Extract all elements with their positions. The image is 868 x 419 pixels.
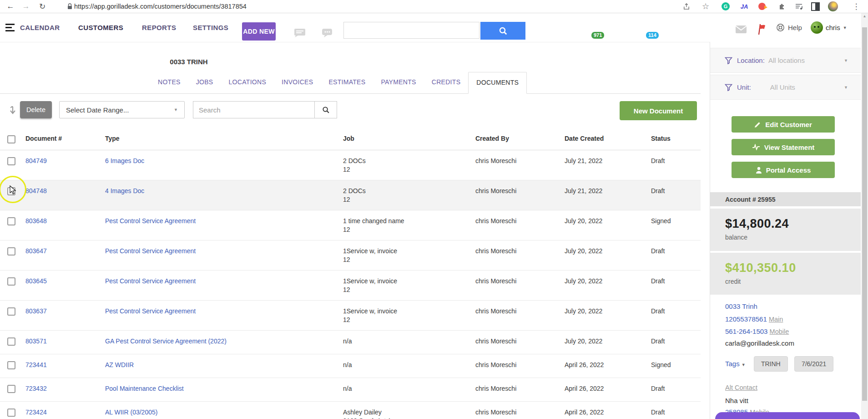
portal-access-button[interactable]: Portal Access [732, 162, 835, 178]
contact-phone-main: 12055378561 Main [725, 315, 783, 323]
edit-customer-button[interactable]: Edit Customer [732, 116, 835, 133]
reload-icon[interactable]: ↻ [36, 0, 48, 13]
phone-mobile-link[interactable]: 561-264-1503 [725, 327, 767, 335]
tab[interactable]: PAYMENTS [373, 72, 424, 93]
grammarly-extension-icon[interactable]: G [720, 0, 731, 13]
chevron-down-icon[interactable]: ▼ [742, 363, 746, 367]
add-new-button[interactable]: ADD NEW [242, 22, 276, 41]
chat-icon[interactable]: 114 [321, 27, 335, 38]
document-type-link[interactable]: Pest Control Service Agreement [105, 307, 196, 315]
browser-profile-avatar[interactable] [827, 0, 839, 13]
inbox-icon[interactable]: 6 [735, 25, 749, 36]
split-window-icon[interactable] [810, 0, 820, 13]
messages-icon[interactable]: 971 [293, 27, 307, 38]
row-checkbox[interactable] [7, 361, 15, 369]
document-type-link[interactable]: 4 Images Doc [105, 187, 144, 194]
delete-button[interactable]: Delete [20, 101, 52, 118]
ja-extension-icon[interactable]: JA [738, 0, 750, 13]
contact-name-link[interactable]: 0033 Trinh [725, 302, 757, 310]
document-type-link[interactable]: GA Pest Control Service Agreement (2022) [105, 337, 227, 345]
contact-email[interactable]: carla@gorilladesk.com [725, 339, 794, 347]
document-type-link[interactable]: Pest Control Service Agreement [105, 217, 196, 225]
document-number-link[interactable]: 803647 [25, 247, 47, 255]
row-checkbox[interactable] [7, 307, 15, 316]
document-type-link[interactable]: AZ WDIIR [105, 361, 134, 368]
url-bar[interactable]: https://app.gorilladesk.com/customers/do… [74, 0, 247, 13]
date-range-select[interactable]: Select Date Range... ▼ [59, 101, 185, 118]
back-icon[interactable]: ← [5, 0, 16, 13]
chat-widget-bar[interactable] [715, 412, 860, 419]
document-type-link[interactable]: AL WIIR (03/2005) [105, 409, 157, 416]
document-type-link[interactable]: Pest Control Service Agreement [105, 247, 196, 255]
nav-item-calendar[interactable]: CALENDAR [20, 13, 60, 42]
document-number-link[interactable]: 803645 [25, 277, 47, 285]
help-menu[interactable]: Help [776, 13, 802, 42]
select-all-checkbox[interactable] [7, 135, 15, 143]
row-checkbox[interactable] [7, 385, 15, 393]
tag-chip[interactable]: TRINH [754, 356, 788, 372]
document-number-link[interactable]: 804749 [25, 157, 47, 164]
hamburger-menu-icon[interactable] [5, 24, 15, 33]
row-checkbox[interactable] [7, 217, 15, 225]
document-number-link[interactable]: 803571 [25, 337, 47, 345]
created-by-cell: chris Moreschi [475, 277, 565, 286]
bird-extension-icon[interactable] [757, 0, 767, 13]
share-icon[interactable] [681, 0, 691, 13]
user-menu[interactable]: chris ▼ [811, 13, 847, 42]
document-type-link[interactable]: Pool Maintenance Checklist [105, 385, 184, 392]
extensions-puzzle-icon[interactable] [777, 0, 787, 13]
announcements-flag-icon[interactable] [756, 23, 770, 34]
document-number-link[interactable]: 723424 [25, 409, 47, 416]
nav-item-customers[interactable]: CUSTOMERS [78, 13, 123, 42]
page-scrollbar[interactable]: ▲ [861, 13, 868, 419]
row-checkbox[interactable] [7, 277, 15, 286]
document-number-link[interactable]: 723432 [25, 385, 47, 392]
tags-label[interactable]: Tags [725, 360, 740, 368]
tab[interactable]: JOBS [188, 72, 221, 93]
export-arrow-icon[interactable] [9, 106, 16, 117]
document-type-link[interactable]: Pest Control Service Agreement [105, 277, 196, 285]
browser-menu-icon[interactable]: ⋮ [852, 0, 861, 13]
tab[interactable]: NOTES [150, 72, 188, 93]
document-number-link[interactable]: 723441 [25, 361, 47, 368]
forward-icon[interactable]: → [20, 0, 32, 13]
pencil-icon [754, 121, 761, 128]
media-queue-icon[interactable] [793, 0, 804, 13]
created-by-cell: chris Moreschi [475, 157, 565, 165]
global-search-input[interactable] [343, 22, 479, 39]
created-by-cell: chris Moreschi [475, 408, 565, 417]
date-range-value: Select Date Range... [66, 106, 129, 114]
unit-filter[interactable]: Unit: All Units ▼ [710, 75, 861, 100]
row-checkbox[interactable] [7, 157, 15, 165]
document-number-link[interactable]: 803648 [25, 217, 47, 225]
tab[interactable]: ESTIMATES [321, 72, 373, 93]
phone-main-label[interactable]: Main [769, 316, 783, 323]
row-checkbox[interactable] [7, 187, 15, 195]
row-checkbox[interactable] [7, 409, 15, 417]
row-checkbox[interactable] [7, 247, 15, 255]
document-number-link[interactable]: 804748 [25, 187, 47, 194]
documents-search-button[interactable] [314, 101, 337, 118]
phone-mobile-label[interactable]: Mobile [770, 328, 789, 335]
row-checkbox[interactable] [7, 337, 15, 346]
bookmark-star-icon[interactable]: ☆ [701, 0, 711, 13]
tab[interactable]: CREDITS [424, 72, 469, 93]
phone-main-link[interactable]: 12055378561 [725, 315, 767, 323]
nav-item-reports[interactable]: REPORTS [142, 13, 176, 42]
tab[interactable]: LOCATIONS [221, 72, 274, 93]
tag-chip[interactable]: 7/6/2021 [794, 356, 834, 372]
alt-contact-heading[interactable]: Alt Contact [725, 384, 757, 391]
document-type-link[interactable]: 6 Images Doc [105, 157, 144, 164]
global-search-button[interactable] [480, 22, 525, 40]
new-document-button[interactable]: New Document [620, 101, 697, 120]
scrollbar-thumb[interactable] [862, 27, 867, 401]
document-number-link[interactable]: 803637 [25, 307, 47, 315]
tab[interactable]: INVOICES [274, 72, 321, 93]
nav-item-settings[interactable]: SETTINGS [193, 13, 228, 42]
documents-search-input[interactable] [193, 101, 315, 118]
view-statement-button[interactable]: View Statement [732, 139, 835, 155]
tab[interactable]: DOCUMENTS [468, 72, 527, 94]
location-filter[interactable]: Location: All locations ▼ [710, 48, 861, 73]
col-type: Type [105, 135, 343, 142]
scroll-up-arrow[interactable]: ▲ [861, 14, 868, 18]
